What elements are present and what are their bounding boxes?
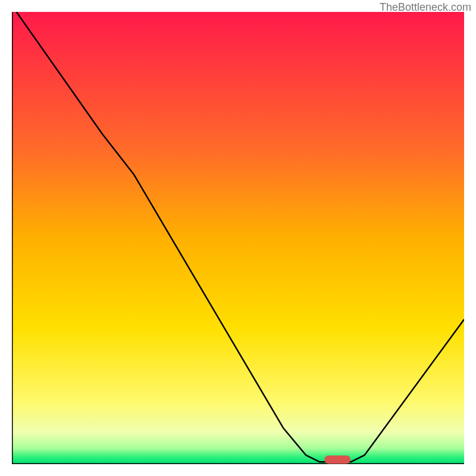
chart-svg xyxy=(12,12,464,464)
chart-container xyxy=(12,12,464,464)
gradient-background xyxy=(12,12,464,464)
watermark-text: TheBottleneck.com xyxy=(380,1,471,14)
optimum-marker xyxy=(324,455,350,464)
